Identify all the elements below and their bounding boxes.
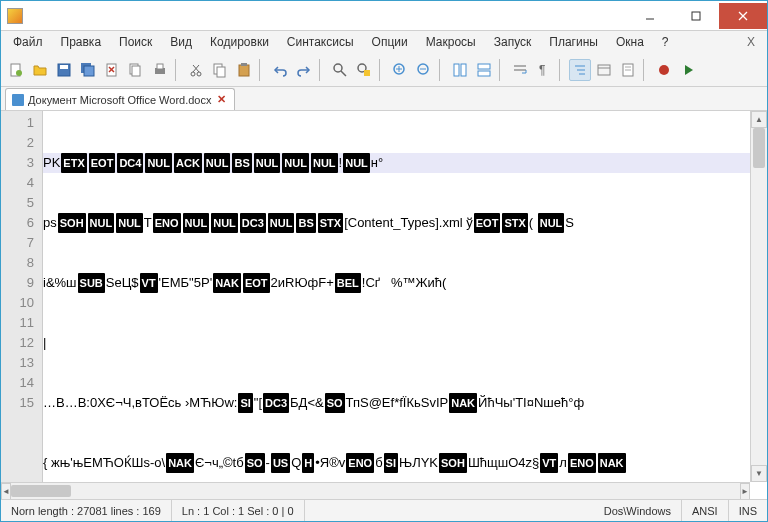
zoom-in-icon[interactable] xyxy=(389,59,411,81)
indent-guide-icon[interactable] xyxy=(569,59,591,81)
statusbar: Norn length : 27081 lines : 169 Ln : 1 C… xyxy=(1,499,767,521)
zoom-out-icon[interactable] xyxy=(413,59,435,81)
svg-rect-7 xyxy=(60,65,68,69)
horizontal-scrollbar[interactable]: ◄ ► xyxy=(1,482,750,499)
tab-label: Документ Microsoft Office Word.docx xyxy=(28,94,212,106)
status-position: Ln : 1 Col : 1 Sel : 0 | 0 xyxy=(172,500,305,521)
print-icon[interactable] xyxy=(149,59,171,81)
maximize-button[interactable] xyxy=(673,3,719,29)
menu-view[interactable]: Вид xyxy=(162,33,200,51)
vertical-scrollbar[interactable]: ▲ ▼ xyxy=(750,111,767,482)
svg-rect-34 xyxy=(478,64,490,69)
status-length: Norn length : 27081 lines : 169 xyxy=(1,500,172,521)
menu-options[interactable]: Опции xyxy=(364,33,416,51)
toolbar: ¶ xyxy=(1,53,767,87)
cut-icon[interactable] xyxy=(185,59,207,81)
svg-rect-26 xyxy=(364,70,370,76)
find-icon[interactable] xyxy=(329,59,351,81)
menu-close-doc[interactable]: X xyxy=(739,35,763,49)
wrap-icon[interactable] xyxy=(509,59,531,81)
scroll-right-icon[interactable]: ► xyxy=(740,483,750,500)
close-button[interactable] xyxy=(719,3,767,29)
code-area[interactable]: PKETXEOTDC4NULACKNULBSNULNULNUL!NULн° ps… xyxy=(43,111,750,482)
app-icon xyxy=(7,8,23,24)
menubar: Файл Правка Поиск Вид Кодировки Синтакси… xyxy=(1,31,767,53)
svg-rect-16 xyxy=(157,64,163,69)
line-number: 9 xyxy=(1,273,34,293)
menu-file[interactable]: Файл xyxy=(5,33,51,51)
line-number: 6 xyxy=(1,213,34,233)
all-chars-icon[interactable]: ¶ xyxy=(533,59,555,81)
line-number: 11 xyxy=(1,313,34,333)
undo-icon[interactable] xyxy=(269,59,291,81)
replace-icon[interactable] xyxy=(353,59,375,81)
new-icon[interactable] xyxy=(5,59,27,81)
line-number: 15 xyxy=(1,393,34,413)
status-encoding: ANSI xyxy=(682,500,729,521)
svg-point-23 xyxy=(334,64,342,72)
line-number: 8 xyxy=(1,253,34,273)
scroll-down-icon[interactable]: ▼ xyxy=(751,465,767,482)
line-number: 7 xyxy=(1,233,34,253)
menu-syntax[interactable]: Синтаксисы xyxy=(279,33,362,51)
scroll-track[interactable] xyxy=(11,483,740,499)
record-icon[interactable] xyxy=(653,59,675,81)
open-icon[interactable] xyxy=(29,59,51,81)
scroll-thumb[interactable] xyxy=(11,485,71,497)
menu-macros[interactable]: Макросы xyxy=(418,33,484,51)
doc-map-icon[interactable] xyxy=(617,59,639,81)
scroll-left-icon[interactable]: ◄ xyxy=(1,483,11,500)
editor: 1 2 3 4 5 6 7 8 9 10 11 12 13 14 15 PKET… xyxy=(1,111,767,482)
menu-encoding[interactable]: Кодировки xyxy=(202,33,277,51)
sync-h-icon[interactable] xyxy=(473,59,495,81)
line-number: 2 xyxy=(1,133,34,153)
folder-icon[interactable] xyxy=(593,59,615,81)
svg-point-5 xyxy=(16,70,22,76)
svg-rect-22 xyxy=(241,63,247,66)
svg-rect-14 xyxy=(132,66,140,76)
close-all-icon[interactable] xyxy=(125,59,147,81)
scroll-track[interactable] xyxy=(751,128,767,465)
scroll-up-icon[interactable]: ▲ xyxy=(751,111,767,128)
svg-point-18 xyxy=(197,72,201,76)
copy-icon[interactable] xyxy=(209,59,231,81)
svg-text:¶: ¶ xyxy=(539,63,545,77)
code-line: PKETXEOTDC4NULACKNULBSNULNULNUL!NULн° xyxy=(43,153,750,173)
menu-windows[interactable]: Окна xyxy=(608,33,652,51)
line-number: 14 xyxy=(1,373,34,393)
minimize-button[interactable] xyxy=(627,3,673,29)
save-all-icon[interactable] xyxy=(77,59,99,81)
svg-rect-1 xyxy=(692,12,700,20)
tab-document[interactable]: Документ Microsoft Office Word.docx ✕ xyxy=(5,88,235,110)
menu-run[interactable]: Запуск xyxy=(486,33,540,51)
menu-plugins[interactable]: Плагины xyxy=(541,33,606,51)
svg-point-47 xyxy=(659,65,669,75)
close-doc-icon[interactable] xyxy=(101,59,123,81)
status-eol: Dos\Windows xyxy=(594,500,682,521)
status-mode: INS xyxy=(729,500,767,521)
line-number: 13 xyxy=(1,353,34,373)
menu-search[interactable]: Поиск xyxy=(111,33,160,51)
line-number: 3 xyxy=(1,153,34,173)
line-number: 10 xyxy=(1,293,34,313)
svg-rect-35 xyxy=(478,71,490,76)
svg-point-17 xyxy=(191,72,195,76)
code-line: psSOHNULNULTENONULNULDC3NULBSSTX[Content… xyxy=(43,213,750,233)
line-number: 1 xyxy=(1,113,34,133)
svg-rect-21 xyxy=(239,65,249,76)
paste-icon[interactable] xyxy=(233,59,255,81)
line-number: 5 xyxy=(1,193,34,213)
play-icon[interactable] xyxy=(677,59,699,81)
save-icon[interactable] xyxy=(53,59,75,81)
svg-rect-42 xyxy=(598,65,610,75)
svg-rect-9 xyxy=(84,66,94,76)
tabbar: Документ Microsoft Office Word.docx ✕ xyxy=(1,87,767,111)
tab-close-icon[interactable]: ✕ xyxy=(216,94,228,106)
scroll-thumb[interactable] xyxy=(753,128,765,168)
gutter: 1 2 3 4 5 6 7 8 9 10 11 12 13 14 15 xyxy=(1,111,43,482)
redo-icon[interactable] xyxy=(293,59,315,81)
menu-help[interactable]: ? xyxy=(654,33,677,51)
sync-v-icon[interactable] xyxy=(449,59,471,81)
titlebar xyxy=(1,1,767,31)
menu-edit[interactable]: Правка xyxy=(53,33,110,51)
